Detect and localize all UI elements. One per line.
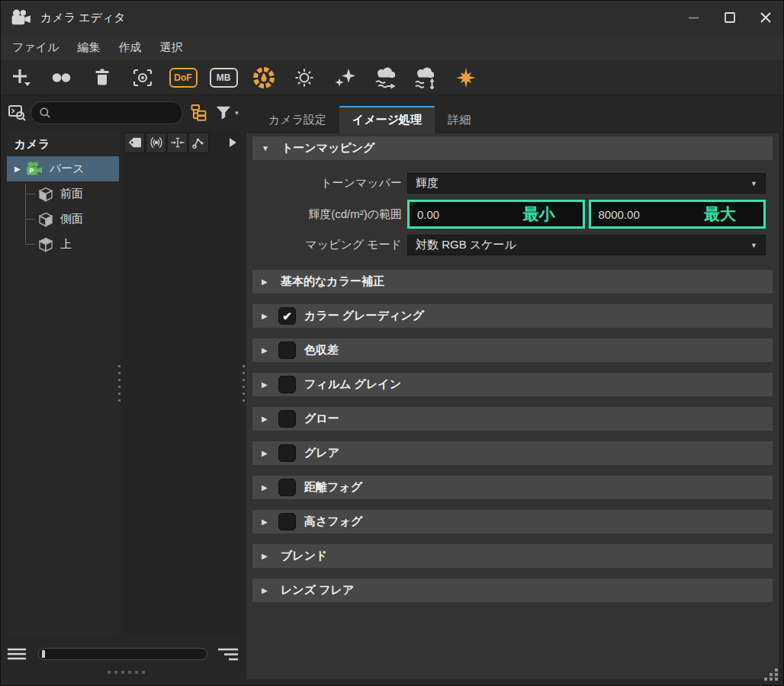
image-processing-content: ▼ トーンマッピング トーンマッパー 輝度 ▼ 輝度(cd/m²)の範囲 0.0… (246, 133, 779, 679)
depth-of-field-button[interactable]: DoF (168, 63, 198, 93)
section-checkbox[interactable]: ✔ (278, 410, 296, 428)
preview-panel (124, 132, 241, 635)
tree-item-side[interactable]: 側面 (7, 207, 119, 232)
kinematics-icon (191, 136, 207, 149)
overflow-arrow-icon[interactable] (230, 138, 236, 147)
svg-text:P: P (30, 167, 34, 175)
section-header[interactable]: ▶ ✔ カラー グレーディング (252, 304, 773, 328)
search-panel-icon (7, 103, 27, 123)
luminance-min-field[interactable]: 0.00 最小 (407, 200, 585, 229)
section-checkbox[interactable]: ✔ (278, 307, 296, 325)
tab-bar: カメラ設定 イメージ処理 詳細 (246, 106, 484, 133)
luminance-max-field[interactable]: 8000.00 最大 (589, 200, 766, 229)
section-header[interactable]: ▶ ✔ ブレンド (252, 544, 773, 568)
preview-toolbar (124, 132, 241, 153)
section-header[interactable]: ▶ ✔ グレア (252, 441, 773, 465)
section-header-tone-mapping[interactable]: ▼ トーンマッピング (252, 136, 773, 160)
panel-splitter[interactable] (242, 365, 246, 408)
window-title: カメラ エディタ (40, 11, 126, 25)
tag-icon (127, 136, 143, 149)
menu-file[interactable]: ファイル (3, 34, 68, 60)
section-checkbox[interactable]: ✔ (278, 341, 296, 359)
main-area: ▼ カメラ ▶ (1, 95, 783, 685)
section-header[interactable]: ▶ ✔ 基本的なカラー補正 (252, 270, 773, 293)
tab-image-processing[interactable]: イメージ処理 (339, 106, 435, 133)
tree-item-top[interactable]: 上 (7, 232, 119, 257)
section-header[interactable]: ▶ ✔ 高さフォグ (252, 510, 773, 534)
tree-item-label: 前面 (60, 187, 83, 201)
panel-drag-handle[interactable] (108, 671, 145, 674)
effects-button[interactable] (329, 63, 360, 93)
menu-create[interactable]: 作成 (109, 34, 150, 60)
exposure-button[interactable] (289, 63, 320, 93)
section-checkbox[interactable]: ✔ (278, 376, 296, 393)
panel-splitter[interactable] (117, 365, 121, 408)
cube-top-icon (37, 236, 54, 253)
constraint-button[interactable] (167, 133, 188, 153)
mapping-mode-select[interactable]: 対数 RGB スケール ▼ (407, 235, 766, 255)
tone-mapping-body: トーンマッパー 輝度 ▼ 輝度(cd/m²)の範囲 0.00 最小 (252, 160, 773, 270)
sun-flare-icon (455, 66, 477, 89)
tree-item-front[interactable]: 前面 (7, 181, 119, 207)
kinematics-button[interactable] (188, 133, 209, 153)
hierarchy-view-button[interactable] (188, 102, 210, 123)
min-tag: 最小 (523, 204, 555, 225)
section-title: トーンマッピング (281, 141, 374, 155)
section-title: グロー (304, 412, 339, 426)
white-balance-button[interactable] (249, 63, 279, 93)
size-slider[interactable] (38, 648, 207, 660)
search-options-button[interactable] (7, 103, 27, 123)
look-through-camera-button[interactable] (127, 63, 158, 93)
filter-button[interactable]: ▼ (213, 102, 242, 123)
lens-flare-button[interactable] (451, 63, 481, 93)
luminance-range-row: 輝度(cd/m²)の範囲 0.00 最小 8000.00 最大 (252, 200, 766, 229)
section-checkbox[interactable]: ✔ (278, 513, 296, 531)
tab-camera-settings[interactable]: カメラ設定 (255, 106, 339, 133)
search-box[interactable] (31, 101, 183, 124)
color-wheel-droplet-icon (252, 66, 276, 90)
section-header[interactable]: ▶ ✔ フィルム グレイン (252, 373, 773, 396)
menu-edit[interactable]: 編集 (68, 34, 109, 60)
max-tag: 最大 (704, 204, 736, 225)
search-icon (39, 107, 51, 119)
maximize-button[interactable] (712, 1, 747, 34)
section-header[interactable]: ▶ ✔ レンズ フレア (252, 579, 773, 602)
section-checkbox[interactable]: ✔ (278, 444, 296, 462)
target-button[interactable] (146, 133, 166, 153)
titlebar: カメラ エディタ (1, 1, 783, 34)
mapping-mode-value: 対数 RGB スケール (416, 238, 516, 252)
tone-mapper-select[interactable]: 輝度 ▼ (407, 173, 766, 194)
duplicate-camera-button[interactable] (47, 63, 77, 93)
search-input[interactable] (56, 107, 175, 119)
section-header[interactable]: ▶ ✔ 距離フォグ (252, 476, 773, 499)
chevron-down-icon: ▼ (750, 242, 757, 249)
add-camera-button[interactable] (6, 63, 37, 93)
distance-fog-button[interactable] (370, 63, 400, 93)
mb-badge-icon: MB (210, 68, 238, 88)
expander-icon[interactable]: ▶ (14, 165, 25, 173)
menu-select[interactable]: 選択 (150, 34, 191, 60)
section-header[interactable]: ▶ ✔ 色収差 (252, 338, 773, 362)
tag-button[interactable] (124, 133, 145, 153)
chevron-right-icon: ▶ (262, 380, 272, 389)
menu-icon[interactable] (7, 647, 28, 661)
close-button[interactable] (747, 1, 783, 34)
delete-camera-button[interactable] (87, 63, 117, 93)
resize-grip[interactable] (761, 668, 778, 681)
tree-item-perspective[interactable]: ▶ P パース (7, 156, 119, 181)
collapse-all-icon[interactable] (217, 647, 240, 661)
minimize-button[interactable] (676, 1, 712, 34)
height-fog-button[interactable] (410, 63, 441, 93)
tree-bottom-bar (7, 644, 240, 664)
section-title: ブレンド (281, 549, 327, 563)
section-checkbox[interactable]: ✔ (278, 479, 296, 496)
cloud-fog-horizontal-icon (373, 66, 397, 89)
section-title: 距離フォグ (304, 480, 362, 495)
search-row: ▼ (7, 101, 242, 124)
tone-mapper-row: トーンマッパー 輝度 ▼ (252, 173, 766, 194)
motion-blur-button[interactable]: MB (208, 63, 239, 93)
slider-handle[interactable] (42, 650, 45, 658)
chevron-right-icon: ▶ (262, 415, 272, 423)
section-header[interactable]: ▶ ✔ グロー (252, 407, 773, 431)
tab-details[interactable]: 詳細 (435, 106, 484, 133)
